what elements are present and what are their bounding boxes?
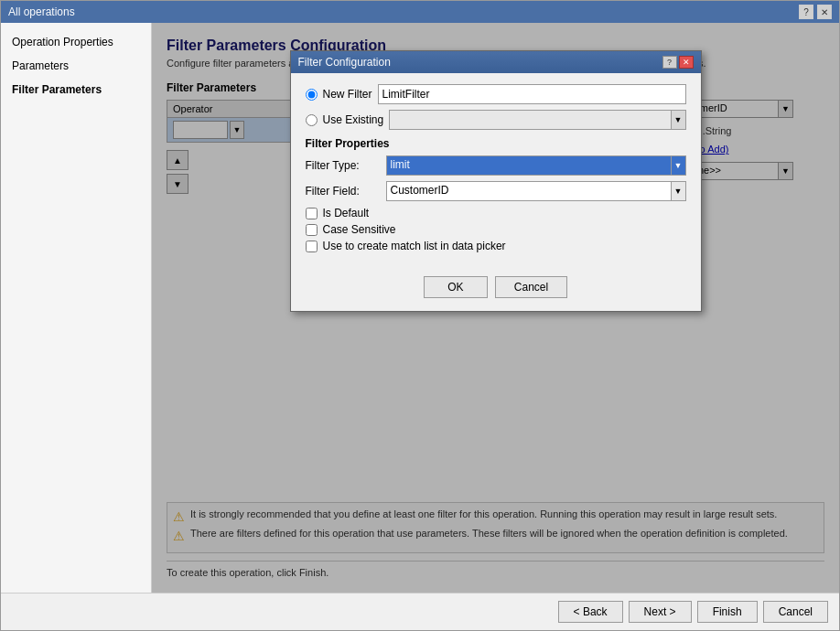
main-content: Operation Properties Parameters Filter P…: [1, 23, 839, 593]
ok-button[interactable]: OK: [424, 276, 488, 298]
use-existing-radio[interactable]: [306, 114, 318, 126]
window-title: All operations: [8, 5, 75, 18]
is-default-label: Is Default: [323, 207, 370, 219]
main-window: All operations ? ✕ Operation Properties …: [0, 0, 840, 631]
filter-type-label: Filter Type:: [306, 159, 379, 172]
filter-type-arrow[interactable]: ▼: [672, 155, 686, 176]
case-sensitive-label: Case Sensitive: [323, 223, 396, 236]
next-button[interactable]: Next >: [629, 601, 692, 623]
is-default-row: Is Default: [306, 207, 686, 219]
dialog-body: New Filter Use Existing ▼ Fi: [291, 73, 701, 267]
dialog-close-button[interactable]: ✕: [679, 56, 694, 69]
bottom-bar: < Back Next > Finish Cancel: [1, 593, 839, 630]
new-filter-input[interactable]: [378, 84, 686, 104]
filter-field-dropdown[interactable]: CustomerID: [386, 181, 672, 201]
filter-type-row: Filter Type: limit ▼: [306, 155, 686, 176]
filter-field-row: Filter Field: CustomerID ▼: [306, 181, 686, 201]
content-area: Filter Parameters Configuration Configur…: [152, 23, 839, 593]
new-filter-label: New Filter: [323, 88, 372, 101]
dialog-cancel-button[interactable]: Cancel: [495, 276, 567, 298]
title-bar: All operations ? ✕: [1, 1, 839, 23]
dialog-title-buttons: ? ✕: [662, 56, 694, 69]
filter-field-label: Filter Field:: [306, 185, 379, 198]
use-existing-row: Use Existing ▼: [306, 110, 686, 130]
dialog-help-button[interactable]: ?: [662, 56, 677, 69]
back-button[interactable]: < Back: [558, 601, 623, 623]
match-list-label: Use to create match list in data picker: [323, 240, 506, 252]
case-sensitive-row: Case Sensitive: [306, 223, 686, 236]
finish-button[interactable]: Finish: [697, 601, 758, 623]
dialog-overlay: Filter Configuration ? ✕ New Filter: [152, 23, 839, 593]
title-bar-buttons: ? ✕: [799, 5, 832, 19]
use-existing-input: [389, 110, 671, 130]
use-existing-label: Use Existing: [323, 113, 384, 126]
filter-properties-label: Filter Properties: [306, 137, 686, 150]
is-default-checkbox[interactable]: [306, 208, 318, 219]
sidebar-item-operation-properties[interactable]: Operation Properties: [1, 30, 151, 54]
help-button[interactable]: ?: [799, 5, 813, 19]
match-list-checkbox[interactable]: [306, 241, 318, 252]
new-filter-row: New Filter: [306, 84, 686, 104]
dialog-title-bar: Filter Configuration ? ✕: [291, 51, 701, 73]
filter-configuration-dialog: Filter Configuration ? ✕ New Filter: [290, 50, 702, 312]
case-sensitive-checkbox[interactable]: [306, 224, 318, 236]
new-filter-radio[interactable]: [306, 89, 318, 101]
use-existing-dropdown-arrow[interactable]: ▼: [672, 110, 686, 130]
dialog-title: Filter Configuration: [298, 56, 391, 69]
sidebar-item-parameters[interactable]: Parameters: [1, 54, 151, 78]
match-list-row: Use to create match list in data picker: [306, 240, 686, 252]
filter-type-dropdown[interactable]: limit: [386, 155, 672, 176]
sidebar: Operation Properties Parameters Filter P…: [1, 23, 152, 593]
sidebar-item-filter-parameters[interactable]: Filter Parameters: [1, 78, 151, 102]
close-button[interactable]: ✕: [817, 5, 832, 19]
dialog-footer: OK Cancel: [291, 267, 701, 311]
filter-field-arrow[interactable]: ▼: [672, 181, 686, 201]
cancel-button[interactable]: Cancel: [763, 601, 828, 623]
